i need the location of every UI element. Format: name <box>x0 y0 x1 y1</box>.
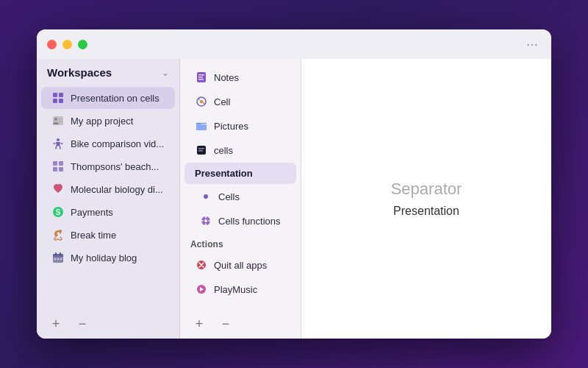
remove-workspace-button[interactable]: − <box>74 315 91 333</box>
sidebar: Workspaces ⌄ Presentation on cells <box>37 59 180 339</box>
close-button[interactable] <box>47 40 57 49</box>
svg-point-29 <box>203 102 204 104</box>
middle-item-label: cells <box>214 145 233 156</box>
dark-square-icon <box>195 144 208 157</box>
middle-item-cells[interactable]: Cells <box>184 185 296 208</box>
middle-item-label: Cells functions <box>218 216 281 227</box>
svg-rect-12 <box>59 167 63 171</box>
svg-rect-18 <box>60 252 61 255</box>
middle-item-stop-playing[interactable]: Stop playing <box>184 302 296 309</box>
svg-rect-17 <box>55 252 57 255</box>
presentation-section-label: Presentation <box>195 168 253 179</box>
svg-rect-23 <box>198 74 204 76</box>
svg-point-35 <box>204 219 207 222</box>
chevron-down-icon: ⌄ <box>162 68 169 78</box>
person-icon <box>51 114 65 127</box>
actions-section-label: Actions <box>180 233 301 252</box>
separator-label: Separator <box>391 180 462 199</box>
titlebar: ⋯ <box>37 29 551 59</box>
middle-panel: Notes Cell <box>180 59 301 339</box>
sidebar-item-label: Payments <box>71 207 113 218</box>
svg-text:S: S <box>56 208 61 216</box>
svg-rect-1 <box>59 93 63 97</box>
s-icon: S <box>51 205 65 219</box>
add-workspace-button[interactable]: + <box>47 315 65 333</box>
svg-rect-9 <box>53 161 57 166</box>
sidebar-items-list: Presentation on cells My app project <box>37 85 179 309</box>
pretzel-icon <box>51 228 65 241</box>
svg-rect-21 <box>60 258 62 260</box>
middle-item-pictures[interactable]: Pictures <box>184 114 296 138</box>
middle-item-label: Pictures <box>214 121 248 132</box>
grid2-icon <box>51 160 65 173</box>
middle-item-playmusic[interactable]: PlayMusic <box>184 277 296 301</box>
svg-rect-2 <box>53 99 57 103</box>
svg-rect-7 <box>59 121 61 122</box>
sidebar-item-label: Molecular biology di... <box>71 184 163 195</box>
gear-circle-icon <box>199 214 212 227</box>
svg-rect-31 <box>198 148 204 149</box>
more-options-button[interactable]: ⋯ <box>523 35 541 53</box>
sidebar-item-label: My holiday blog <box>71 252 137 263</box>
sidebar-item-break-time[interactable]: Break time <box>41 224 175 246</box>
sidebar-item-label: Break time <box>71 230 116 241</box>
svg-rect-11 <box>53 167 57 171</box>
sidebar-item-molecular-biology[interactable]: Molecular biology di... <box>41 178 175 200</box>
svg-rect-32 <box>198 150 203 152</box>
svg-rect-10 <box>59 161 63 166</box>
middle-item-cells-lower[interactable]: cells <box>184 138 296 162</box>
svg-point-27 <box>200 100 203 103</box>
middle-list: Notes Cell <box>180 59 301 309</box>
music-icon <box>195 283 208 296</box>
svg-rect-20 <box>57 258 59 260</box>
svg-rect-24 <box>198 77 203 78</box>
middle-item-cell[interactable]: Cell <box>184 90 296 113</box>
middle-item-quit-all-apps[interactable]: Quit all apps <box>184 253 296 277</box>
heart-icon <box>51 183 65 196</box>
maximize-button[interactable] <box>78 40 87 49</box>
folder-icon <box>195 119 208 132</box>
presentation-label: Presentation <box>393 205 459 218</box>
middle-footer: + − <box>180 309 301 339</box>
sidebar-item-label: Bike comparison vid... <box>71 138 164 149</box>
svg-rect-16 <box>53 254 63 257</box>
sidebar-item-my-app-project[interactable]: My app project <box>41 110 175 132</box>
svg-point-8 <box>57 138 60 141</box>
content-area: Workspaces ⌄ Presentation on cells <box>37 59 551 339</box>
sidebar-title: Workspaces <box>47 66 112 79</box>
sidebar-item-my-holiday-blog[interactable]: My holiday blog <box>41 247 175 269</box>
svg-rect-5 <box>54 118 57 121</box>
sidebar-item-presentation-on-cells[interactable]: Presentation on cells <box>41 87 175 109</box>
middle-item-label: PlayMusic <box>214 284 257 295</box>
svg-rect-0 <box>53 93 57 97</box>
sidebar-item-payments[interactable]: S Payments <box>41 201 175 223</box>
add-item-button[interactable]: + <box>190 315 208 333</box>
figure-icon <box>51 137 65 150</box>
middle-item-label: Cells <box>218 191 240 202</box>
sidebar-footer: + − <box>37 309 179 339</box>
presentation-section-header[interactable]: Presentation <box>184 163 296 184</box>
middle-item-cells-functions[interactable]: Cells functions <box>184 209 296 233</box>
dot-icon <box>199 190 212 203</box>
middle-item-label: Cell <box>214 96 230 107</box>
sidebar-item-label: My app project <box>71 116 133 127</box>
sidebar-item-bike-comparison[interactable]: Bike comparison vid... <box>41 132 175 155</box>
cell-icon <box>195 95 208 108</box>
remove-item-button[interactable]: − <box>217 315 234 333</box>
notes-icon <box>195 71 208 84</box>
traffic-lights <box>47 40 87 49</box>
sidebar-item-thompsons-beach[interactable]: Thompsons' beach... <box>41 155 175 177</box>
calendar-icon <box>51 251 65 264</box>
svg-rect-6 <box>59 119 62 120</box>
minimize-button[interactable] <box>62 40 72 49</box>
quit-icon <box>195 258 208 272</box>
app-window: ⋯ Workspaces ⌄ Pre <box>37 29 551 339</box>
middle-item-label: Notes <box>214 72 239 83</box>
middle-item-label: Quit all apps <box>214 260 267 271</box>
svg-rect-3 <box>59 99 63 103</box>
middle-item-notes[interactable]: Notes <box>184 66 296 89</box>
svg-rect-19 <box>54 258 56 260</box>
sidebar-item-label: Thompsons' beach... <box>71 161 159 172</box>
svg-point-33 <box>204 194 208 199</box>
svg-point-28 <box>198 99 200 100</box>
